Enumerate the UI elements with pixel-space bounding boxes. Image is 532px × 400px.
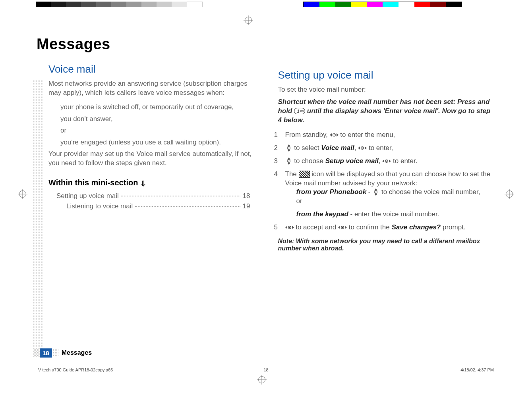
toc-leader-dots xyxy=(135,206,240,207)
nav-vertical-icon xyxy=(285,158,292,165)
abroad-note: Note: With some networks you may need to… xyxy=(278,238,496,252)
nav-horizontal-icon xyxy=(358,145,367,151)
print-timestamp: 4/18/02, 4:37 PM xyxy=(460,367,494,372)
step-text: From standby, xyxy=(285,131,330,138)
nav-horizontal-icon xyxy=(382,158,391,164)
step-text: The xyxy=(285,170,299,178)
step-text: icon will be displayed so that you can c… xyxy=(285,170,491,187)
registration-mark-icon xyxy=(258,376,265,383)
step-item: The icon will be displayed so that you c… xyxy=(274,170,496,219)
step-sub-option: from your Phonebook - to choose the voic… xyxy=(296,188,496,206)
print-sheet-number: 18 xyxy=(263,367,268,372)
toc-page-number: 18 xyxy=(243,192,250,200)
toc-leader-dots xyxy=(121,196,240,196)
shortcut-note: Shortcut when the voice mail number has … xyxy=(278,98,496,125)
shortcut-text-b: until the display shows 'Enter voice mai… xyxy=(278,107,491,124)
page-title: Messages xyxy=(37,36,258,53)
step-sub-option: from the keypad - enter the voice mail n… xyxy=(296,210,496,219)
step-text: prompt. xyxy=(441,223,465,231)
nav-vertical-icon xyxy=(372,188,379,196)
menu-item-setup-voice-mail: Setup voice mail xyxy=(325,157,379,165)
text-entry-icon xyxy=(299,171,310,178)
nav-horizontal-icon xyxy=(285,225,294,230)
voicemail-intro: Most networks provide an answering servi… xyxy=(48,79,258,98)
step-text: to confirm the xyxy=(347,223,391,231)
toc-row: Setting up voice mail 18 xyxy=(56,192,250,200)
right-column: Setting up voice mail To set the voice m… xyxy=(274,36,496,360)
step-text: to choose the voice mail number, xyxy=(379,188,480,196)
step-text: , xyxy=(354,144,358,152)
page-number: 18 xyxy=(40,348,52,358)
color-strip xyxy=(303,2,462,7)
page-footer: 18 Messages xyxy=(33,347,92,358)
dot-decoration xyxy=(33,348,39,357)
toc-page-number: 19 xyxy=(243,202,250,210)
menu-item-voice-mail: Voice mail xyxy=(321,144,354,152)
section-heading-setup-voicemail: Setting up voice mail xyxy=(278,69,496,81)
prompt-save-changes: Save changes? xyxy=(391,223,441,231)
list-item: or xyxy=(60,126,258,135)
nav-vertical-icon xyxy=(285,144,292,152)
footer-section-label: Messages xyxy=(62,349,92,356)
list-item: you don't answer, xyxy=(60,114,258,124)
step-item: to accept and to confirm the Save change… xyxy=(274,223,496,232)
step-text: - enter the voice mail number. xyxy=(348,210,439,218)
toc-label: Listening to voice mail xyxy=(66,202,133,210)
step-text: to choose xyxy=(292,157,325,165)
voicemail-followup: Your provider may set up the Voice mail … xyxy=(48,150,258,168)
down-arrow-icon: ⇩ xyxy=(140,179,146,188)
left-column: Messages Voice mail Most networks provid… xyxy=(37,36,258,360)
setup-intro: To set the voice mail number: xyxy=(278,85,496,94)
step-item: From standby, to enter the menu, xyxy=(274,131,496,140)
setup-steps-list: From standby, to enter the menu, to sele… xyxy=(274,131,496,232)
page-number-badge: 18 xyxy=(33,348,59,358)
step-text: to enter the menu, xyxy=(339,131,395,138)
grayscale-strip xyxy=(36,2,203,7)
step-text: to enter, xyxy=(367,144,393,152)
step-text-or: or xyxy=(296,197,302,205)
step-text: to select xyxy=(292,144,321,152)
option-from-phonebook: from your Phonebook xyxy=(296,188,367,196)
step-text: to accept and xyxy=(294,223,339,231)
mini-section-label: Within this mini-section xyxy=(48,178,138,187)
step-text: , xyxy=(379,157,382,165)
toc-label: Setting up voice mail xyxy=(56,192,119,200)
print-metadata-line: V tech a700 Guide APR18-02copy.p65 18 4/… xyxy=(38,367,494,372)
voicemail-conditions-list: your phone is switched off, or temporari… xyxy=(60,102,258,147)
dot-decoration xyxy=(53,348,58,357)
step-text: to enter. xyxy=(391,157,417,165)
print-filename: V tech a700 Guide APR18-02copy.p65 xyxy=(38,367,113,372)
list-item: you're engaged (unless you use a call wa… xyxy=(60,138,258,147)
mini-section-heading: Within this mini-section ⇩ xyxy=(48,178,258,188)
step-text: - xyxy=(366,188,372,196)
step-item: to select Voice mail, to enter, xyxy=(274,144,496,153)
nav-horizontal-icon xyxy=(330,132,339,138)
step-item: to choose Setup voice mail, to enter. xyxy=(274,157,496,166)
section-heading-voicemail: Voice mail xyxy=(48,63,258,75)
list-item: your phone is switched off, or temporari… xyxy=(60,102,258,112)
registration-mark-icon xyxy=(19,190,26,198)
registration-mark-icon xyxy=(506,190,513,198)
toc-row: Listening to voice mail 19 xyxy=(66,202,250,210)
nav-horizontal-icon xyxy=(338,225,347,230)
registration-mark-icon xyxy=(245,17,252,24)
option-from-keypad: from the keypad xyxy=(296,210,348,218)
key-1-voicemail-icon xyxy=(294,108,305,114)
print-calibration-bars xyxy=(0,0,532,9)
